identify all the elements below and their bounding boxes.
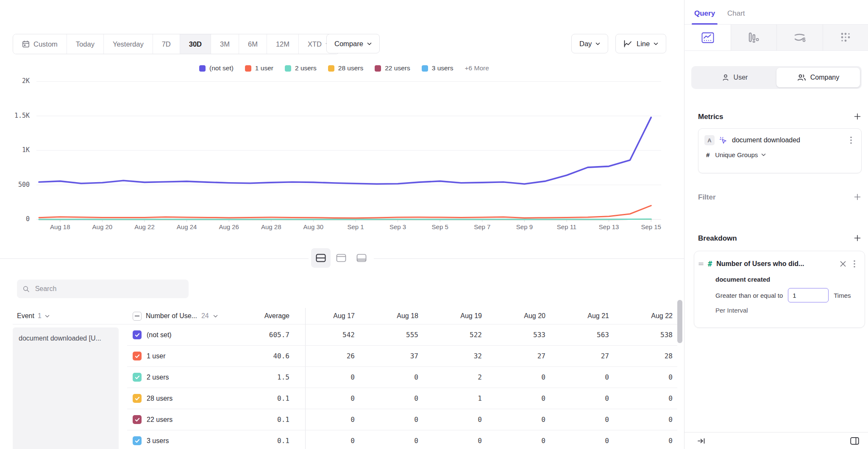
legend-more[interactable]: +6 More — [465, 64, 489, 72]
cell-value: 0 — [554, 394, 618, 402]
add-filter-button[interactable] — [852, 192, 862, 202]
compare-button[interactable]: Compare — [326, 34, 380, 53]
add-metric-button[interactable] — [852, 111, 862, 122]
toggle-company[interactable]: Company — [776, 68, 860, 87]
cell-value: 563 — [554, 331, 618, 339]
condition-label: Greater than or equal to — [715, 292, 783, 299]
interval-dropdown[interactable]: Day — [571, 34, 608, 53]
close-icon[interactable] — [840, 261, 846, 267]
range-today[interactable]: Today — [67, 34, 104, 54]
plus-icon — [854, 235, 861, 241]
series-line-1-user — [39, 205, 651, 218]
table-row: 2 users1.5002000 — [127, 367, 677, 388]
entity-toggle: User Company — [691, 66, 862, 89]
collapse-panel-button[interactable] — [697, 438, 706, 444]
series-label-cell: 28 users — [127, 394, 249, 403]
check-icon — [135, 418, 140, 422]
series-column-dropdown[interactable]: Number of Use... 24 — [127, 312, 249, 321]
series-checkbox[interactable] — [133, 436, 142, 445]
legend-item[interactable]: 1 user — [245, 64, 273, 72]
date-column-header: Aug 19 — [427, 312, 490, 320]
chart-type-flow[interactable] — [777, 25, 823, 51]
event-column-dropdown[interactable]: Event 1 — [17, 308, 50, 324]
legend-item[interactable]: 2 users — [285, 64, 317, 72]
series-checkbox[interactable] — [133, 330, 142, 339]
table-row: 22 users0.1000000 — [127, 409, 677, 430]
chart-type-bar[interactable] — [731, 25, 777, 51]
times-value-input[interactable] — [788, 288, 829, 302]
range-label: Custom — [33, 40, 58, 48]
panel-footer — [684, 432, 868, 449]
chart-type-scatter[interactable] — [823, 25, 868, 51]
chart-plot-area[interactable] — [0, 76, 661, 224]
table-vertical-scrollbar[interactable] — [677, 300, 682, 343]
select-all-checkbox[interactable] — [133, 312, 142, 321]
range-30d[interactable]: 30D — [180, 34, 211, 54]
legend-label: 22 users — [385, 64, 410, 72]
search-input[interactable] — [34, 285, 183, 293]
legend-item[interactable]: (not set) — [199, 64, 234, 72]
range-label: 3M — [220, 40, 230, 48]
legend-item[interactable]: 28 users — [328, 64, 363, 72]
series-checkbox[interactable] — [133, 415, 142, 424]
cell-value: 0 — [300, 416, 363, 424]
cell-value: 0 — [490, 373, 554, 381]
drag-handle-icon[interactable] — [698, 262, 704, 266]
range-3m[interactable]: 3M — [211, 34, 239, 54]
table-view-icon — [356, 254, 367, 262]
series-checkbox[interactable] — [133, 373, 142, 382]
main-content: CustomTodayYesterday7D30D3M6M12MXTD Comp… — [0, 0, 684, 449]
query-builder-panel: Query Chart User Company — [684, 0, 868, 449]
cell-value: 0 — [300, 394, 363, 402]
range-yesterday[interactable]: Yesterday — [104, 34, 153, 54]
metric-aggregation-row: # Unique Groups — [698, 145, 861, 158]
legend-item[interactable]: 3 users — [422, 64, 453, 72]
series-count: 24 — [201, 312, 209, 320]
range-6m[interactable]: 6M — [239, 34, 267, 54]
minus-icon — [135, 316, 139, 316]
x-tick-label: Sep 1 — [337, 223, 375, 230]
chart-type-dropdown[interactable]: Line — [615, 34, 666, 53]
x-tick-label: Aug 24 — [168, 223, 206, 230]
series-checkbox[interactable] — [133, 352, 142, 360]
chart-type-line[interactable] — [685, 25, 731, 51]
view-layout-toggle — [309, 248, 374, 268]
table-row: 1 user40.6263732272728 — [127, 346, 677, 367]
cell-value: 37 — [363, 352, 427, 360]
metric-row: A document downloaded — [698, 129, 861, 145]
x-tick-label: Aug 20 — [83, 223, 121, 230]
kebab-menu-icon[interactable] — [850, 259, 859, 269]
series-checkbox[interactable] — [133, 394, 142, 403]
breakdown-heading: Breakdown — [698, 234, 737, 243]
metric-name[interactable]: document downloaded — [732, 136, 842, 144]
toggle-user[interactable]: User — [693, 68, 776, 87]
cell-value: 0 — [363, 416, 427, 424]
range-label: XTD — [308, 40, 322, 48]
layout-split-view-button[interactable] — [311, 248, 331, 268]
hash-icon: # — [706, 151, 709, 158]
cell-value: 0 — [300, 437, 363, 445]
layout-chart-view-button[interactable] — [331, 248, 351, 268]
aggregation-label: Unique Groups — [715, 151, 758, 158]
kebab-menu-icon[interactable] — [847, 135, 855, 145]
range-12m[interactable]: 12M — [267, 34, 299, 54]
date-column-headers: Aug 17Aug 18Aug 19Aug 20Aug 21Aug 22 — [300, 312, 677, 320]
average-value: 40.6 — [249, 352, 300, 360]
tab-query[interactable]: Query — [694, 9, 715, 18]
x-tick-label: Aug 28 — [252, 223, 290, 230]
analytics-app: CustomTodayYesterday7D30D3M6M12MXTD Comp… — [0, 0, 868, 449]
range-7d[interactable]: 7D — [153, 34, 180, 54]
legend-item[interactable]: 22 users — [375, 64, 410, 72]
series-label: 3 users — [147, 437, 169, 445]
range-custom[interactable]: Custom — [13, 34, 67, 54]
times-label: Times — [834, 292, 851, 299]
legend-swatch — [199, 65, 206, 72]
line-chart-icon — [623, 40, 633, 47]
toggle-sidebar-button[interactable] — [850, 437, 859, 445]
metric-badge: A — [704, 135, 715, 145]
layout-table-view-button[interactable] — [352, 248, 371, 268]
add-breakdown-button[interactable] — [852, 233, 862, 243]
date-column-header: Aug 18 — [363, 312, 427, 320]
aggregation-dropdown[interactable]: Unique Groups — [715, 151, 766, 158]
tab-chart[interactable]: Chart — [727, 9, 745, 18]
